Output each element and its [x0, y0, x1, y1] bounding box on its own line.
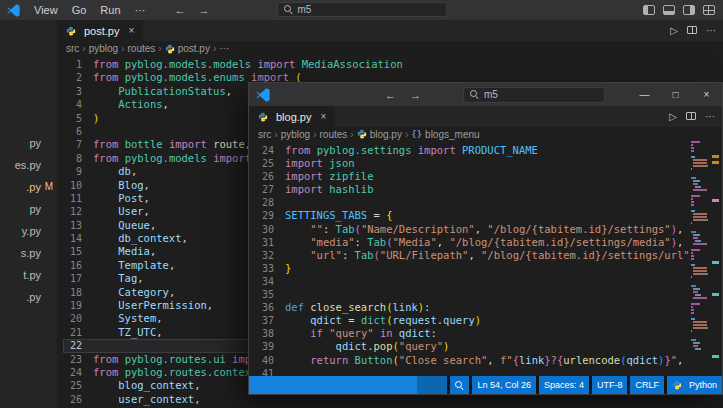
code-line[interactable]: 38 if "query" in qdict:: [255, 327, 691, 340]
line-number[interactable]: 40: [255, 354, 285, 367]
tab-blog-py[interactable]: blog.py ×: [249, 106, 335, 127]
code-line[interactable]: 34: [255, 275, 691, 288]
maximize-button[interactable]: □: [660, 83, 691, 106]
run-icon[interactable]: ▷: [670, 25, 678, 36]
line-number[interactable]: 36: [255, 301, 285, 314]
explorer-file-item[interactable]: py: [0, 132, 57, 154]
line-number[interactable]: 35: [255, 288, 285, 301]
line-number[interactable]: 15: [63, 245, 93, 258]
close-tab-icon[interactable]: ×: [320, 111, 326, 122]
line-number[interactable]: 24: [255, 144, 285, 157]
code-line[interactable]: 31 "media": Tab("Media", "/blog/{tabitem…: [255, 236, 691, 249]
code-line[interactable]: 33}: [255, 262, 691, 275]
menu-item-go[interactable]: Go: [65, 4, 94, 16]
explorer-file-item[interactable]: py: [0, 198, 57, 220]
menu-item-run[interactable]: Run: [93, 4, 127, 16]
command-center-search[interactable]: m5: [463, 87, 605, 103]
toggle-primary-sidebar-icon[interactable]: [643, 5, 655, 15]
code-line[interactable]: 41: [255, 367, 691, 376]
line-number[interactable]: 20: [63, 312, 93, 325]
line-number[interactable]: 11: [63, 192, 93, 205]
overlay-window-titlebar[interactable]: ← → m5 — □ ×: [249, 83, 722, 106]
cursor-position[interactable]: Ln 54, Col 26: [472, 376, 536, 394]
back-icon[interactable]: ←: [175, 4, 186, 16]
breadcrumb-item[interactable]: pyblog: [281, 129, 310, 140]
overview-ruler[interactable]: [708, 141, 722, 378]
line-number[interactable]: 29: [255, 209, 285, 222]
code-line[interactable]: 24from pyblog.settings import PRODUCT_NA…: [255, 144, 691, 157]
back-icon[interactable]: ←: [385, 89, 396, 101]
code-line[interactable]: 25import json: [255, 157, 691, 170]
code-line[interactable]: 28: [255, 196, 691, 209]
line-number[interactable]: 21: [63, 326, 93, 339]
close-tab-icon[interactable]: ×: [128, 25, 134, 36]
minimap[interactable]: [691, 141, 708, 378]
code-line[interactable]: 40 return Button("Close search", f"{link…: [255, 354, 691, 367]
customize-layout-icon[interactable]: [703, 5, 715, 15]
line-number[interactable]: 33: [255, 262, 285, 275]
line-number[interactable]: 16: [63, 259, 93, 272]
magnifier-status-item[interactable]: [450, 376, 469, 394]
line-number[interactable]: 3: [63, 85, 93, 98]
line-number[interactable]: 7: [63, 138, 93, 151]
code-line[interactable]: 26import zipfile: [255, 170, 691, 183]
explorer-file-item[interactable]: t.py: [0, 264, 57, 286]
breadcrumb-item[interactable]: post.py: [178, 43, 210, 54]
line-number[interactable]: 1: [63, 58, 93, 71]
code-line[interactable]: 27import hashlib: [255, 183, 691, 196]
split-editor-icon[interactable]: [686, 111, 696, 122]
breadcrumb-item[interactable]: routes: [320, 129, 348, 140]
minimize-button[interactable]: —: [629, 83, 660, 106]
menu-item-view[interactable]: View: [27, 4, 65, 16]
breadcrumb-item[interactable]: routes: [128, 43, 156, 54]
breadcrumb-item[interactable]: ···: [219, 43, 229, 54]
split-editor-icon[interactable]: [687, 25, 697, 36]
line-number[interactable]: 22: [63, 339, 93, 352]
line-number[interactable]: 24: [63, 366, 93, 379]
explorer-file-item[interactable]: .py: [0, 286, 57, 308]
line-number[interactable]: 27: [255, 183, 285, 196]
code-line[interactable]: 32 "url": Tab("URL/Filepath", "/blog/{ta…: [255, 249, 691, 262]
forward-icon[interactable]: →: [410, 89, 421, 101]
code-line[interactable]: 39 qdict.pop("query"): [255, 340, 691, 353]
line-number[interactable]: 19: [63, 299, 93, 312]
editor-code-area[interactable]: 24from pyblog.settings import PRODUCT_NA…: [249, 141, 691, 376]
language-mode[interactable]: Python: [667, 376, 722, 394]
more-actions-icon[interactable]: ···: [705, 111, 715, 122]
breadcrumb-item[interactable]: blog.py: [370, 129, 402, 140]
code-line[interactable]: 37 qdict = dict(request.query): [255, 314, 691, 327]
line-number[interactable]: 13: [63, 219, 93, 232]
line-number[interactable]: 12: [63, 205, 93, 218]
line-number[interactable]: 4: [63, 98, 93, 111]
run-icon[interactable]: ▷: [669, 111, 677, 122]
line-number[interactable]: 37: [255, 314, 285, 327]
tab-post-py[interactable]: post.py ×: [57, 20, 143, 41]
line-number[interactable]: 25: [63, 379, 93, 392]
explorer-file-item[interactable]: s.py: [0, 242, 57, 264]
code-line[interactable]: 29SETTINGS_TABS = {: [255, 209, 691, 222]
explorer-file-item[interactable]: .pyM: [0, 176, 57, 198]
explorer-file-item[interactable]: y.py: [0, 220, 57, 242]
line-number[interactable]: 32: [255, 249, 285, 262]
indentation-status[interactable]: Spaces: 4: [539, 376, 589, 394]
line-number[interactable]: 8: [63, 152, 93, 165]
eol-status[interactable]: CRLF: [630, 376, 664, 394]
line-number[interactable]: 34: [255, 275, 285, 288]
line-number[interactable]: 25: [255, 157, 285, 170]
line-number[interactable]: 41: [255, 367, 285, 376]
line-number[interactable]: 5: [63, 112, 93, 125]
line-number[interactable]: 28: [255, 196, 285, 209]
forward-icon[interactable]: →: [199, 4, 210, 16]
line-number[interactable]: 26: [255, 170, 285, 183]
line-number[interactable]: 30: [255, 223, 285, 236]
more-actions-icon[interactable]: ···: [706, 25, 716, 36]
line-number[interactable]: 23: [63, 353, 93, 366]
menu-item-more[interactable]: ···: [128, 4, 153, 16]
breadcrumb-item[interactable]: src: [66, 43, 79, 54]
line-number[interactable]: 2: [63, 71, 93, 84]
toggle-panel-icon[interactable]: [663, 5, 675, 15]
line-number[interactable]: 26: [63, 393, 93, 406]
line-number[interactable]: 31: [255, 236, 285, 249]
explorer-file-item[interactable]: es.py: [0, 154, 57, 176]
breadcrumb-item[interactable]: pyblog: [89, 43, 118, 54]
